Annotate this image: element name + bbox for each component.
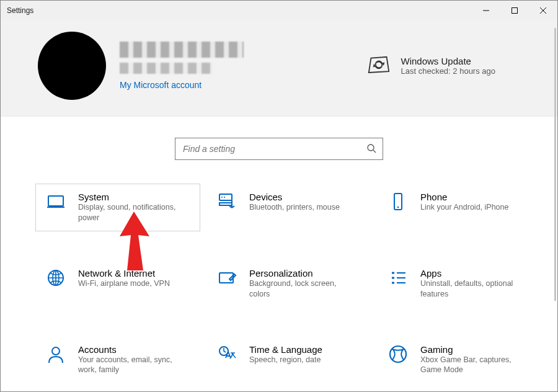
tile-title: Personalization (249, 268, 358, 278)
apps-icon (388, 268, 408, 288)
svg-point-5 (221, 197, 223, 198)
svg-point-14 (390, 346, 406, 362)
tile-title: Gaming (420, 344, 529, 355)
scrollbar[interactable] (554, 28, 556, 301)
account-header: My Microsoft account Windows Update Last… (1, 20, 557, 117)
window-title: Settings (7, 6, 33, 15)
svg-point-6 (224, 197, 225, 198)
user-name-redacted (120, 42, 244, 58)
tile-title: Devices (249, 192, 340, 202)
tile-desc: Bluetooth, printers, mouse (249, 202, 340, 213)
user-block: My Microsoft account (38, 32, 244, 100)
tile-desc: Speech, region, date (249, 355, 322, 365)
search-box[interactable] (175, 138, 383, 160)
tile-title: System (78, 192, 187, 202)
tile-title: Time & Language (249, 344, 322, 355)
tile-apps[interactable]: Apps Uninstall, defaults, optional featu… (378, 260, 542, 308)
user-email-redacted (120, 63, 213, 74)
settings-grid: System Display, sound, notifications, po… (1, 176, 557, 383)
tile-title: Accounts (78, 344, 187, 355)
close-button[interactable] (529, 1, 557, 20)
svg-rect-4 (219, 203, 232, 205)
svg-point-1 (368, 145, 374, 151)
minimize-button[interactable] (472, 1, 500, 20)
tile-desc: Link your Android, iPhone (420, 202, 508, 213)
tile-personalization[interactable]: Personalization Background, lock screen,… (206, 260, 371, 308)
ms-account-link[interactable]: My Microsoft account (120, 80, 244, 90)
tile-title: Apps (420, 268, 529, 278)
tile-accounts[interactable]: Accounts Your accounts, email, sync, wor… (35, 336, 200, 384)
time-language-icon (217, 344, 237, 364)
tile-title: Phone (420, 192, 508, 202)
avatar[interactable] (38, 32, 106, 100)
tile-desc: Display, sound, notifications, power (78, 202, 187, 223)
search-icon (366, 143, 376, 155)
svg-rect-2 (48, 196, 63, 206)
update-title: Windows Update (401, 56, 496, 66)
system-icon (46, 192, 66, 212)
accounts-icon (46, 344, 66, 364)
personalization-icon (217, 268, 237, 288)
window-controls (472, 1, 557, 20)
tile-time-language[interactable]: Time & Language Speech, region, date (206, 336, 371, 384)
svg-point-12 (52, 347, 60, 355)
globe-icon (46, 268, 66, 288)
tile-phone[interactable]: Phone Link your Android, iPhone (378, 184, 542, 231)
phone-icon (388, 192, 408, 212)
tile-desc: Wi-Fi, airplane mode, VPN (78, 278, 170, 289)
tile-desc: Xbox Game Bar, captures, Game Mode (420, 355, 529, 376)
tile-title: Network & Internet (78, 268, 170, 278)
windows-update-block[interactable]: Windows Update Last checked: 2 hours ago (368, 56, 496, 76)
tile-system[interactable]: System Display, sound, notifications, po… (35, 184, 200, 231)
user-text: My Microsoft account (120, 42, 244, 90)
tile-desc: Your accounts, email, sync, work, family (78, 355, 187, 376)
tile-desc: Uninstall, defaults, optional features (420, 278, 529, 300)
tile-devices[interactable]: Devices Bluetooth, printers, mouse (206, 184, 371, 231)
devices-icon (217, 192, 237, 212)
search-wrap (1, 117, 557, 176)
svg-point-8 (397, 207, 399, 208)
tile-network[interactable]: Network & Internet Wi-Fi, airplane mode,… (35, 260, 200, 308)
gaming-icon (388, 344, 408, 364)
title-bar: Settings (1, 1, 557, 20)
windows-update-icon (368, 56, 390, 74)
maximize-button[interactable] (500, 1, 529, 20)
svg-rect-0 (512, 8, 518, 14)
search-input[interactable] (183, 144, 366, 154)
tile-desc: Background, lock screen, colors (249, 278, 358, 300)
update-subtitle: Last checked: 2 hours ago (401, 66, 496, 76)
tile-gaming[interactable]: Gaming Xbox Game Bar, captures, Game Mod… (378, 336, 542, 384)
